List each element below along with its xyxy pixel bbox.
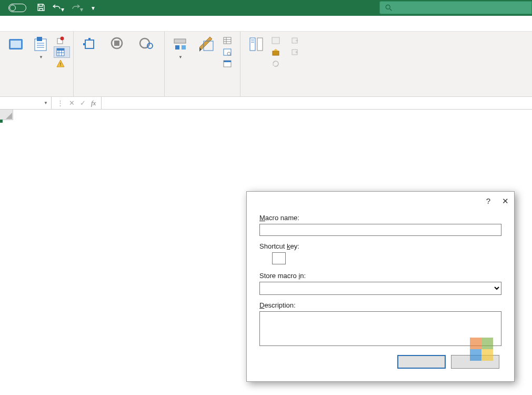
use-relative-references-button[interactable] bbox=[54, 46, 70, 58]
properties-button[interactable] bbox=[220, 35, 237, 46]
worksheet-grid[interactable] bbox=[0, 110, 532, 120]
refresh-data-button bbox=[269, 58, 285, 70]
view-code-button[interactable] bbox=[220, 46, 237, 58]
shortcut-key-label: Shortcut key: bbox=[259, 242, 501, 250]
record-macro-dialog: ? ✕ Macro name: Shortcut key: Store macr… bbox=[246, 191, 515, 382]
svg-rect-18 bbox=[114, 41, 119, 46]
svg-point-19 bbox=[140, 38, 149, 48]
svg-rect-38 bbox=[272, 37, 279, 44]
active-cell-indicator bbox=[0, 120, 2, 122]
svg-rect-12 bbox=[57, 48, 64, 51]
cancel-formula-icon: ✕ bbox=[69, 99, 75, 107]
description-input[interactable] bbox=[259, 311, 501, 346]
macros-button[interactable]: ▼ bbox=[28, 34, 54, 60]
group-controls: ▼ bbox=[165, 32, 240, 96]
fx-icon[interactable]: fx bbox=[91, 99, 96, 107]
cancel-formula-icon: ⋮ bbox=[57, 99, 64, 107]
group-label-controls bbox=[168, 95, 237, 96]
svg-rect-21 bbox=[174, 39, 186, 43]
formula-bar: ▼ ⋮ ✕ ✓ fx bbox=[0, 97, 532, 110]
addins-button[interactable] bbox=[77, 34, 102, 54]
svg-point-10 bbox=[61, 37, 64, 41]
group-label-code bbox=[3, 95, 70, 96]
store-macro-select[interactable] bbox=[259, 282, 501, 295]
autosave-toggle[interactable] bbox=[0, 4, 32, 12]
group-label-xml bbox=[244, 95, 305, 96]
macro-security-button[interactable]: ! bbox=[54, 58, 70, 70]
macro-name-input[interactable] bbox=[259, 224, 501, 236]
help-icon[interactable]: ? bbox=[486, 196, 490, 206]
excel-addins-button[interactable] bbox=[102, 34, 132, 54]
group-label-addins bbox=[77, 95, 161, 96]
source-button[interactable] bbox=[244, 34, 269, 54]
description-label: Description: bbox=[259, 301, 501, 309]
svg-rect-3 bbox=[11, 41, 21, 48]
ribbon: ▼ ! bbox=[0, 32, 532, 97]
enter-formula-icon: ✓ bbox=[80, 99, 86, 107]
save-icon[interactable] bbox=[37, 3, 45, 13]
svg-text:!: ! bbox=[60, 62, 62, 67]
undo-icon[interactable]: ▾ bbox=[53, 3, 64, 13]
export-button bbox=[288, 46, 305, 58]
redo-icon[interactable]: ▾ bbox=[72, 3, 83, 13]
svg-rect-22 bbox=[175, 45, 179, 50]
toggle-switch[interactable] bbox=[8, 4, 26, 12]
group-addins bbox=[74, 32, 165, 96]
visual-basic-button[interactable] bbox=[3, 34, 28, 54]
quick-access-toolbar: ▾ ▾ ▼ bbox=[32, 3, 101, 13]
macro-name-label: Macro name: bbox=[259, 214, 501, 222]
name-box[interactable]: ▼ bbox=[0, 97, 52, 109]
dialog-titlebar[interactable]: ? ✕ bbox=[247, 192, 514, 211]
select-all-button[interactable] bbox=[0, 110, 13, 120]
tell-me-search[interactable] bbox=[379, 1, 532, 14]
design-mode-button[interactable] bbox=[193, 34, 220, 54]
store-macro-label: Store macro in: bbox=[259, 272, 501, 280]
record-macro-button[interactable] bbox=[54, 35, 70, 46]
ribbon-tabs bbox=[0, 16, 532, 32]
svg-rect-33 bbox=[224, 61, 231, 62]
shortcut-key-input[interactable] bbox=[272, 252, 286, 264]
group-code: ▼ ! bbox=[0, 32, 74, 96]
com-addins-button[interactable] bbox=[132, 34, 161, 54]
svg-line-1 bbox=[390, 8, 392, 11]
expansion-packs-button[interactable] bbox=[269, 46, 285, 58]
titlebar: ▾ ▾ ▼ bbox=[0, 0, 532, 16]
svg-rect-23 bbox=[182, 45, 186, 50]
svg-point-0 bbox=[386, 5, 390, 9]
qat-customize-icon[interactable]: ▼ bbox=[91, 5, 96, 11]
close-icon[interactable]: ✕ bbox=[502, 196, 509, 206]
map-properties-button bbox=[269, 35, 285, 46]
svg-rect-5 bbox=[37, 37, 42, 41]
ok-button[interactable] bbox=[397, 355, 446, 369]
insert-control-button[interactable]: ▼ bbox=[168, 34, 193, 60]
run-dialog-button[interactable] bbox=[220, 58, 237, 70]
svg-rect-39 bbox=[273, 51, 279, 55]
group-xml bbox=[240, 32, 308, 96]
svg-rect-35 bbox=[257, 38, 263, 51]
import-button bbox=[288, 35, 305, 46]
cancel-button[interactable] bbox=[451, 355, 499, 369]
search-icon bbox=[385, 4, 393, 12]
svg-rect-25 bbox=[224, 37, 231, 44]
